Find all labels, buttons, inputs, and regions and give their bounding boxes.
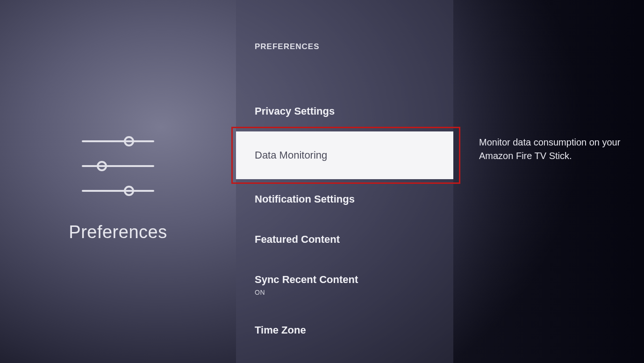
slider-line-1 xyxy=(82,140,154,142)
settings-screen: Preferences PREFERENCES Privacy Settings… xyxy=(0,0,644,363)
menu-item-label: Sync Recent Content xyxy=(255,274,358,285)
menu-item-time-zone[interactable]: Time Zone xyxy=(236,310,453,350)
menu-item-sync-recent-content[interactable]: Sync Recent Content ON xyxy=(236,260,453,310)
slider-line-3 xyxy=(82,190,154,192)
left-panel: Preferences xyxy=(0,0,236,363)
description-panel: Monitor data consumption on your Amazon … xyxy=(453,0,644,363)
slider-line-2 xyxy=(82,165,154,167)
menu-item-label: Notification Settings xyxy=(255,193,355,205)
menu-item-notification-settings[interactable]: Notification Settings xyxy=(236,179,453,219)
sliders-icon xyxy=(82,140,154,192)
item-description: Monitor data consumption on your Amazon … xyxy=(479,136,625,163)
slider-knob xyxy=(97,161,107,171)
panel-title: Preferences xyxy=(69,222,167,242)
menu-item-label: Featured Content xyxy=(255,233,340,245)
menu-item-subvalue: ON xyxy=(255,289,435,296)
section-header: PREFERENCES xyxy=(236,42,453,51)
menu-item-label: Privacy Settings xyxy=(255,105,335,117)
menu-item-data-monitoring[interactable]: Data Monitoring xyxy=(236,131,453,179)
slider-knob xyxy=(124,136,134,146)
slider-knob xyxy=(124,186,134,196)
menu-panel: PREFERENCES Privacy Settings Data Monito… xyxy=(236,0,453,363)
menu-item-label: Data Monitoring xyxy=(255,149,327,161)
menu-list: Privacy Settings Data Monitoring Notific… xyxy=(236,91,453,350)
menu-item-privacy-settings[interactable]: Privacy Settings xyxy=(236,91,453,131)
menu-item-label: Time Zone xyxy=(255,324,306,336)
menu-item-featured-content[interactable]: Featured Content xyxy=(236,219,453,260)
